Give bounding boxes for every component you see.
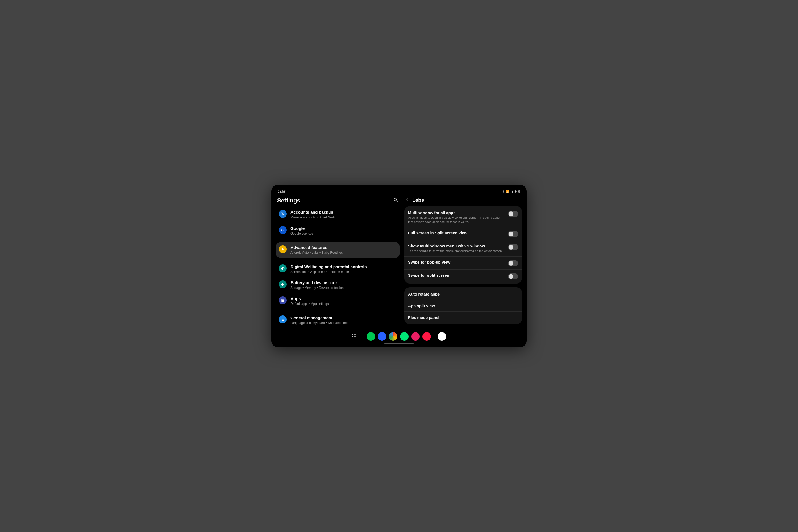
settings-item-subtitle: Default apps • App settings: [290, 302, 329, 306]
status-icons: ᚼ 📶 ▮ 34%: [502, 190, 520, 193]
labs-title: Labs: [412, 197, 424, 203]
option-title: Swipe for split screen: [408, 273, 504, 278]
chrome-icon[interactable]: [389, 332, 397, 341]
option-subtitle: Allow all apps to open in pop-up view or…: [408, 216, 504, 224]
sync-icon: ↻: [279, 210, 287, 218]
labs-link-app-split-view[interactable]: App split view: [404, 300, 522, 311]
labs-option-swipe-for-split-screen[interactable]: Swipe for split screen: [404, 269, 522, 283]
option-subtitle: Tap the handle to show the menu. Not sup…: [408, 249, 504, 253]
settings-title: Settings: [277, 197, 300, 204]
apps-icon: ⊞: [279, 296, 287, 304]
settings-item-advanced-features[interactable]: ✦Advanced featuresAndroid Auto • Labs • …: [276, 242, 400, 258]
settings-item-google[interactable]: GGoogleGoogle services: [276, 223, 400, 239]
option-title: Multi window for all apps: [408, 210, 504, 215]
toggle-switch[interactable]: [508, 211, 518, 217]
labs-option-full-screen-in-split-screen-view[interactable]: Full screen in Split screen view: [404, 227, 522, 240]
toggle-switch[interactable]: [508, 231, 518, 237]
settings-item-digital-wellbeing-and-parental-controls[interactable]: ◐Digital Wellbeing and parental controls…: [276, 261, 400, 277]
back-button[interactable]: [405, 198, 409, 203]
toggle-switch[interactable]: [508, 273, 518, 279]
whatsapp-icon[interactable]: [400, 332, 408, 341]
settings-item-general-management[interactable]: ≡General managementLanguage and keyboard…: [276, 312, 400, 328]
settings-item-title: Advanced features: [290, 245, 343, 250]
option-title: Show multi window menu with 1 window: [408, 244, 504, 248]
labs-pane: Labs Multi window for all appsAllow all …: [404, 195, 522, 328]
settings-item-subtitle: Storage • Memory • Device protection: [290, 286, 344, 290]
app-drawer-button[interactable]: [352, 334, 357, 339]
settings-item-subtitle: Screen time • App timers • Bedtime mode: [290, 270, 367, 274]
labs-option-multi-window-for-all-apps[interactable]: Multi window for all appsAllow all apps …: [404, 207, 522, 227]
labs-group-2: Auto rotate appsApp split viewFlex mode …: [404, 287, 522, 324]
settings-item-battery-and-device-care[interactable]: ✚Battery and device careStorage • Memory…: [276, 277, 400, 293]
labs-option-swipe-for-pop-up-view[interactable]: Swipe for pop-up view: [404, 256, 522, 269]
settings-item-title: Google: [290, 226, 314, 231]
labs-link-auto-rotate-apps[interactable]: Auto rotate apps: [404, 288, 522, 300]
labs-link-flex-mode-panel[interactable]: Flex mode panel: [404, 311, 522, 323]
dock: [276, 328, 522, 341]
toggle-switch[interactable]: [508, 244, 518, 250]
battery-text: 34%: [514, 190, 520, 193]
wifi-icon: 📶: [506, 190, 510, 193]
option-title: Full screen in Split screen view: [408, 231, 504, 235]
settings-item-title: General management: [290, 316, 348, 320]
device-frame: 13:58 ᚼ 📶 ▮ 34% Settings ↻Accounts and b…: [271, 185, 527, 347]
settings-item-title: Accounts and backup: [290, 210, 337, 215]
labs-option-show-multi-window-menu-with-1-window[interactable]: Show multi window menu with 1 windowTap …: [404, 240, 522, 256]
samsung-internet-icon[interactable]: [438, 332, 446, 341]
general-icon: ≡: [279, 316, 287, 323]
gallery-icon[interactable]: [411, 332, 420, 341]
messages-icon[interactable]: [378, 332, 386, 341]
labs-group-1: Multi window for all appsAllow all apps …: [404, 206, 522, 284]
settings-item-apps[interactable]: ⊞AppsDefault apps • App settings: [276, 293, 400, 309]
settings-item-subtitle: Android Auto • Labs • Bixby Routines: [290, 251, 343, 255]
settings-item-accounts-and-backup[interactable]: ↻Accounts and backupManage accounts • Sm…: [276, 207, 400, 223]
settings-item-subtitle: Manage accounts • Smart Switch: [290, 215, 337, 220]
dock-separator: [434, 333, 434, 340]
nav-handle[interactable]: [384, 343, 414, 344]
youtube-icon[interactable]: [422, 332, 431, 341]
search-icon: [393, 197, 398, 203]
wellbeing-icon: ◐: [279, 264, 287, 272]
search-button[interactable]: [393, 197, 398, 204]
toggle-switch[interactable]: [508, 261, 518, 266]
option-title: Swipe for pop-up view: [408, 260, 504, 264]
google-icon: G: [279, 226, 287, 234]
chevron-left-icon: [405, 198, 409, 201]
settings-item-title: Apps: [290, 296, 329, 301]
phone-icon[interactable]: [366, 332, 375, 341]
advanced-icon: ✦: [279, 245, 287, 253]
settings-item-title: Digital Wellbeing and parental controls: [290, 264, 367, 269]
settings-item-subtitle: Language and keyboard • Date and time: [290, 321, 348, 325]
clock: 13:58: [278, 190, 286, 193]
signal-icon: ▮: [511, 190, 513, 193]
settings-item-subtitle: Google services: [290, 231, 314, 236]
settings-item-title: Battery and device care: [290, 280, 344, 285]
settings-pane: Settings ↻Accounts and backupManage acco…: [276, 195, 400, 328]
bluetooth-icon: ᚼ: [502, 190, 504, 193]
battery-icon: ✚: [279, 280, 287, 288]
status-bar: 13:58 ᚼ 📶 ▮ 34%: [276, 189, 522, 195]
